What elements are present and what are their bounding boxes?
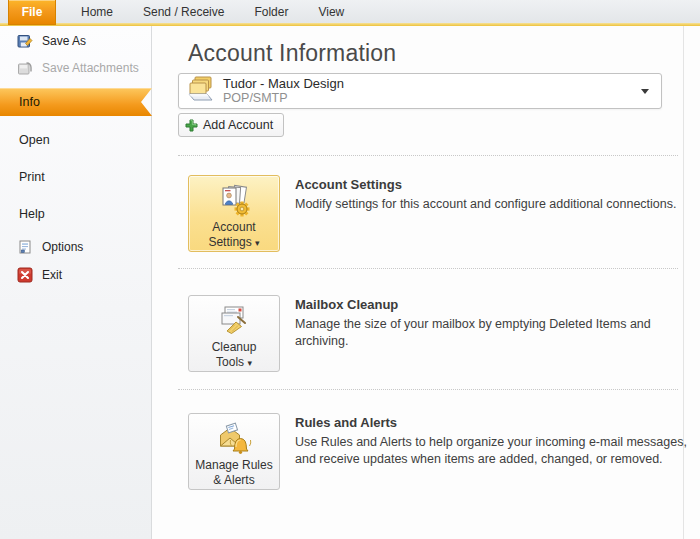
dropdown-caret-icon: ▾ (247, 358, 252, 368)
button-label: Manage Rules & Alerts (195, 458, 272, 488)
section-heading: Account Settings (295, 177, 402, 192)
account-name: Tudor - Maux Design (223, 76, 344, 92)
backstage-sidebar: Save As Save Attachments Info Open Print… (0, 26, 152, 539)
section-heading: Rules and Alerts (295, 415, 397, 430)
cleanup-tools-icon (216, 303, 252, 339)
sidebar-item-label: Exit (42, 268, 62, 282)
separator (178, 268, 678, 269)
account-selector-dropdown[interactable]: Tudor - Maux Design POP/SMTP (178, 73, 662, 109)
separator (178, 155, 678, 156)
account-type: POP/SMTP (223, 91, 344, 106)
account-settings-icon (216, 183, 252, 219)
sidebar-item-options[interactable]: Options (0, 236, 152, 258)
tab-send-receive[interactable]: Send / Receive (128, 0, 239, 23)
save-as-icon (17, 33, 33, 49)
button-label: Account Settings ▾ (208, 220, 259, 250)
manage-rules-alerts-button[interactable]: Manage Rules & Alerts (188, 413, 280, 490)
add-account-button[interactable]: Add Account (178, 113, 284, 137)
add-account-label: Add Account (203, 118, 273, 132)
exit-icon (17, 267, 33, 283)
sidebar-item-label: Save Attachments (42, 61, 139, 75)
ribbon-tab-bar: Home Send / Receive Folder View (0, 0, 700, 23)
tab-view[interactable]: View (303, 0, 359, 23)
section-heading: Mailbox Cleanup (295, 297, 398, 312)
cleanup-tools-button[interactable]: Cleanup Tools ▾ (188, 295, 280, 372)
options-icon (17, 239, 33, 255)
plus-icon (185, 119, 198, 132)
account-settings-button[interactable]: Account Settings ▾ (188, 175, 280, 252)
sidebar-item-print[interactable]: Print (0, 166, 152, 188)
account-selector-text: Tudor - Maux Design POP/SMTP (223, 76, 344, 107)
sidebar-item-label: Info (19, 95, 40, 109)
sidebar-item-save-attachments: Save Attachments (0, 57, 152, 79)
page-title: Account Information (188, 40, 396, 67)
button-label: Cleanup Tools ▾ (212, 340, 257, 370)
tab-folder[interactable]: Folder (239, 0, 303, 23)
sidebar-item-label: Help (19, 207, 45, 221)
sidebar-item-open[interactable]: Open (0, 129, 152, 151)
backstage-content: Account Information Tudor - Maux Design … (153, 26, 700, 539)
sidebar-item-label: Save As (42, 34, 86, 48)
section-description: Use Rules and Alerts to help organize yo… (295, 434, 690, 469)
dropdown-caret-icon (641, 89, 649, 94)
tab-home[interactable]: Home (66, 0, 128, 23)
sidebar-item-info-selected[interactable]: Info (0, 88, 152, 116)
section-description: Modify settings for this account and con… (295, 196, 690, 213)
save-attachments-icon (17, 60, 33, 76)
separator (178, 389, 678, 390)
rules-alerts-icon (216, 421, 252, 457)
sidebar-item-exit[interactable]: Exit (0, 264, 152, 286)
sidebar-item-label: Options (42, 240, 83, 254)
sidebar-item-help[interactable]: Help (0, 203, 152, 225)
tab-file[interactable]: File (8, 0, 56, 25)
sidebar-item-save-as[interactable]: Save As (0, 30, 152, 52)
dropdown-caret-icon: ▾ (255, 238, 260, 248)
account-folders-icon (186, 75, 216, 107)
section-description: Manage the size of your mailbox by empty… (295, 316, 690, 351)
sidebar-item-label: Open (19, 133, 50, 147)
sidebar-item-label: Print (19, 170, 45, 184)
